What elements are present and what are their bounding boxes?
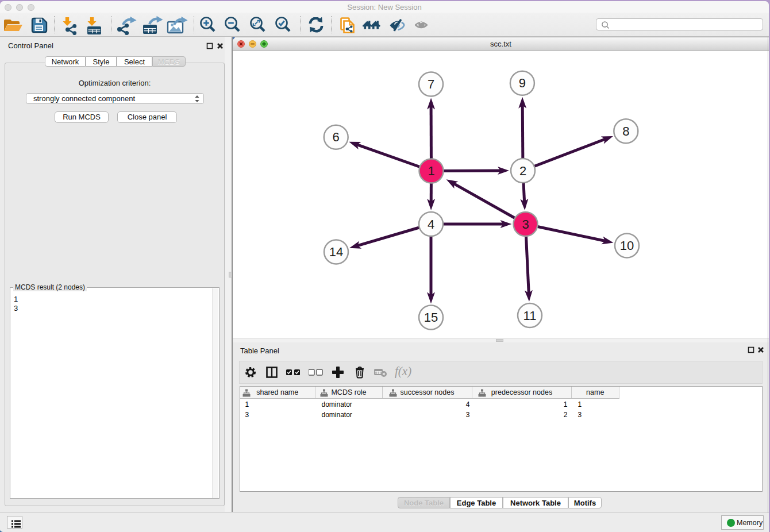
svg-text:8: 8 <box>622 124 629 138</box>
svg-text:11: 11 <box>523 309 537 323</box>
svg-text:9: 9 <box>519 76 526 90</box>
svg-text:10: 10 <box>620 238 634 253</box>
svg-text:3: 3 <box>522 217 529 232</box>
svg-text:2: 2 <box>519 164 526 178</box>
svg-text:1: 1 <box>428 164 434 178</box>
svg-text:15: 15 <box>424 310 438 325</box>
svg-text:4: 4 <box>428 217 434 232</box>
svg-text:6: 6 <box>333 130 340 144</box>
svg-text:14: 14 <box>329 245 343 259</box>
svg-text:7: 7 <box>428 77 434 91</box>
